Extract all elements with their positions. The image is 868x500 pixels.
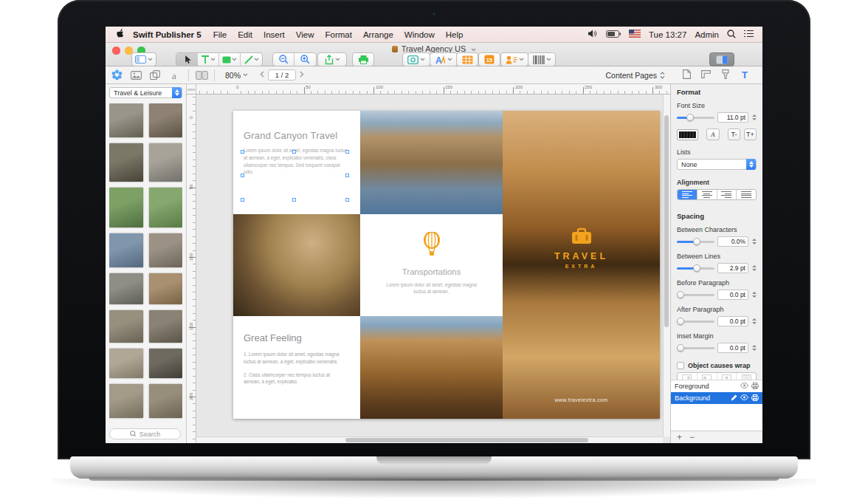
increase-font-button[interactable]: T+ <box>744 129 757 140</box>
clipart-thumbnail[interactable] <box>149 273 183 304</box>
app-menu-title[interactable]: Swift Publisher 5 <box>133 30 202 39</box>
clipart-thumbnail[interactable] <box>109 310 143 343</box>
shape-tool-button[interactable] <box>219 53 241 66</box>
selection-handle[interactable] <box>241 198 244 202</box>
spotlight-search-icon[interactable] <box>727 30 736 40</box>
clipart-thumbnail[interactable] <box>149 310 183 343</box>
menu-help[interactable]: Help <box>446 30 464 39</box>
selection-handle[interactable] <box>345 174 349 177</box>
line-tool-button[interactable] <box>241 53 262 66</box>
select-tool-button[interactable] <box>176 53 198 66</box>
clipart-panel-button[interactable] <box>107 68 126 83</box>
between-characters-stepper[interactable] <box>751 236 757 247</box>
text-cell-grand-canyon[interactable]: Grand Canyon Travel Lorem ipsum dolor si… <box>233 111 360 214</box>
print-button[interactable] <box>352 52 374 66</box>
between-characters-field[interactable]: 0.0% <box>717 236 748 247</box>
between-lines-field[interactable]: 2.9 pt <box>717 263 748 273</box>
selection-handle[interactable] <box>292 150 296 154</box>
menu-edit[interactable]: Edit <box>238 30 252 39</box>
layer-row-background[interactable]: Background <box>671 392 762 404</box>
before-paragraph-field[interactable]: 0.0 pt <box>717 290 748 300</box>
apple-menu-icon[interactable] <box>116 29 124 40</box>
zoom-in-button[interactable] <box>294 53 316 66</box>
insert-table-button[interactable] <box>456 52 478 66</box>
sidebar-search-input[interactable]: Search <box>109 428 181 439</box>
photo-slot-canyon[interactable] <box>360 316 503 419</box>
brochure-page[interactable]: Grand Canyon Travel Lorem ipsum dolor si… <box>233 111 660 419</box>
remove-layer-button[interactable]: − <box>689 434 695 441</box>
layer-row-foreground[interactable]: Foreground <box>671 380 762 392</box>
after-paragraph-stepper[interactable] <box>751 316 757 326</box>
image-panel-button[interactable] <box>126 68 145 83</box>
clipart-thumbnail[interactable] <box>109 384 143 418</box>
input-language-flag-icon[interactable] <box>629 30 641 39</box>
selection-handle[interactable] <box>241 174 244 177</box>
menu-bar-clock[interactable]: Tue 13:27 <box>649 30 686 39</box>
insert-image-button[interactable] <box>402 52 430 66</box>
menu-window[interactable]: Window <box>404 30 435 39</box>
decrease-font-button[interactable]: T- <box>728 129 740 140</box>
font-size-field[interactable]: 11.0 pt <box>717 112 748 123</box>
between-lines-stepper[interactable] <box>751 263 757 273</box>
between-characters-slider[interactable] <box>677 241 714 243</box>
canvas-horizontal-scrollbar[interactable] <box>196 436 663 443</box>
previous-page-button[interactable] <box>260 71 264 79</box>
tab-text-inspector[interactable]: T <box>740 69 749 81</box>
clipart-thumbnail[interactable] <box>109 188 143 227</box>
zoom-level-dropdown[interactable]: 80% <box>225 71 248 80</box>
photo-orange-canyon[interactable]: TRAVEL EXTRA www.travelextra.com <box>503 111 660 419</box>
clipart-thumbnail[interactable] <box>149 384 183 418</box>
zoom-out-button[interactable] <box>273 53 294 66</box>
notification-center-icon[interactable] <box>744 30 754 39</box>
clipart-category-dropdown[interactable]: Travel & Leisure <box>109 87 182 98</box>
photo-canyon-arch[interactable] <box>233 214 360 316</box>
clipart-thumbnail[interactable] <box>109 143 143 182</box>
insert-barcode-button[interactable] <box>528 52 556 66</box>
insert-contact-button[interactable] <box>500 52 528 66</box>
align-left-button[interactable] <box>678 190 698 199</box>
pages-scope-dropdown[interactable]: Content Pages <box>606 71 665 80</box>
menu-file[interactable]: File <box>213 30 227 39</box>
clipart-thumbnail[interactable] <box>149 233 183 267</box>
photo-river-canyon[interactable] <box>360 111 503 214</box>
lists-dropdown[interactable]: None <box>677 159 757 170</box>
text-cell-transportations[interactable]: Transportations Lorem ipsum dolor sit am… <box>360 214 503 316</box>
tab-appearance-inspector[interactable] <box>721 69 730 81</box>
clipart-thumbnail[interactable] <box>109 103 143 137</box>
clipart-thumbnail[interactable] <box>149 349 183 378</box>
before-paragraph-slider[interactable] <box>677 294 714 296</box>
layer-print-icon[interactable] <box>751 383 759 391</box>
inset-margin-stepper[interactable] <box>751 343 757 353</box>
text-art-panel-button[interactable]: a <box>165 68 184 83</box>
after-paragraph-field[interactable]: 0.0 pt <box>717 316 748 326</box>
layer-print-icon[interactable] <box>751 394 759 403</box>
text-cell-great-feeling[interactable]: Great Feeling 1. Lorem ipsum dolor sit a… <box>233 316 360 419</box>
share-button[interactable] <box>317 52 347 66</box>
menu-format[interactable]: Format <box>326 30 352 39</box>
facing-pages-button[interactable] <box>192 68 211 83</box>
layer-visibility-icon[interactable] <box>740 394 748 402</box>
layer-visibility-icon[interactable] <box>740 383 748 390</box>
before-paragraph-stepper[interactable] <box>751 290 757 300</box>
insert-calendar-button[interactable]: 15 <box>478 52 500 66</box>
tab-layout-inspector[interactable] <box>701 70 711 80</box>
align-justify-button[interactable] <box>737 190 756 199</box>
menu-arrange[interactable]: Arrange <box>363 30 393 39</box>
clipart-thumbnail[interactable] <box>109 233 143 267</box>
clipart-thumbnail[interactable] <box>149 103 183 137</box>
menu-bar-user[interactable]: Admin <box>695 30 719 39</box>
tab-document-inspector[interactable] <box>683 69 691 81</box>
font-size-slider[interactable] <box>677 117 714 119</box>
font-panel-button[interactable]: A <box>706 129 720 140</box>
clipart-thumbnail[interactable] <box>109 273 143 304</box>
layer-edit-icon[interactable] <box>731 394 737 403</box>
page-number-field[interactable]: 1 / 2 <box>268 69 296 81</box>
clipart-thumbnail[interactable] <box>149 143 183 182</box>
clipart-thumbnail[interactable] <box>149 188 183 227</box>
object-causes-wrap-checkbox[interactable] <box>677 362 684 369</box>
selection-handle[interactable] <box>345 198 349 202</box>
selection-handle[interactable] <box>292 198 296 202</box>
menu-view[interactable]: View <box>296 30 314 39</box>
after-paragraph-slider[interactable] <box>677 321 714 323</box>
font-size-stepper[interactable] <box>751 112 757 123</box>
